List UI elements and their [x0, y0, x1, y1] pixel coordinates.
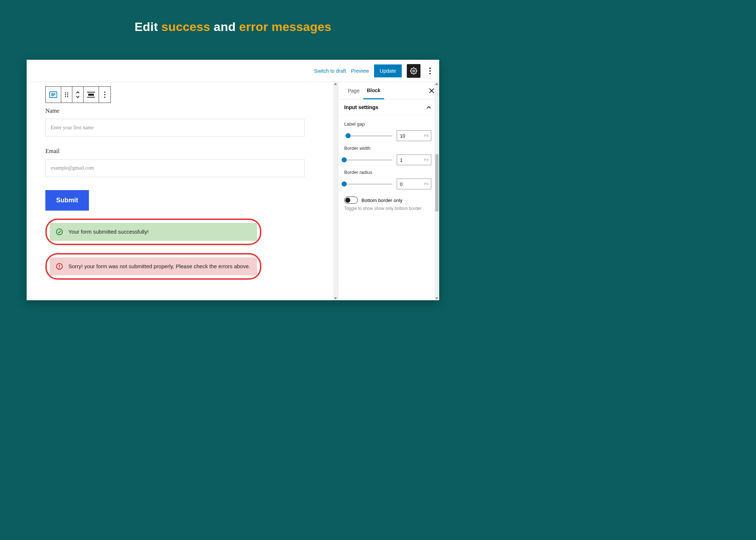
tab-page[interactable]: Page: [344, 82, 363, 99]
sidebar-tabs: Page Block: [338, 82, 439, 99]
settings-button[interactable]: [407, 64, 420, 78]
scroll-up-icon: [334, 83, 337, 85]
alert-circle-icon: [55, 262, 63, 270]
switch-to-draft-link[interactable]: Switch to draft: [314, 68, 346, 74]
email-input[interactable]: example@gmail.com: [45, 159, 305, 177]
svg-point-20: [57, 229, 63, 235]
bottom-border-toggle[interactable]: [344, 197, 358, 204]
svg-point-9: [67, 92, 68, 93]
block-more-button[interactable]: [99, 87, 111, 103]
label-gap-value: 10: [400, 133, 405, 139]
chevron-up-icon: [426, 105, 431, 109]
input-settings-header[interactable]: Input settings: [338, 99, 439, 116]
block-type-button[interactable]: [46, 87, 61, 103]
border-radius-input[interactable]: 0 PX: [397, 179, 431, 189]
bottom-border-toggle-row: Bottom border only: [344, 197, 431, 204]
canvas-scrollbar[interactable]: [333, 82, 338, 300]
svg-rect-16: [87, 97, 95, 98]
border-width-setting: Border width 1 PX: [344, 145, 431, 165]
unit-label: PX: [424, 134, 429, 138]
border-radius-value: 0: [400, 181, 402, 187]
slider-thumb[interactable]: [346, 133, 351, 138]
toggle-knob: [345, 198, 350, 203]
name-label: Name: [45, 107, 316, 114]
scroll-up-icon: [435, 83, 438, 85]
success-message[interactable]: Your form submitted successfully!: [50, 223, 257, 241]
hero-word-success: success: [161, 20, 210, 33]
drag-icon: [64, 91, 69, 98]
preview-link[interactable]: Preview: [351, 68, 369, 74]
border-width-slider[interactable]: [344, 159, 392, 161]
align-icon: [87, 92, 95, 98]
svg-point-1: [429, 67, 431, 69]
svg-rect-15: [88, 94, 94, 96]
border-width-label: Border width: [344, 145, 431, 151]
align-button[interactable]: [84, 87, 99, 103]
hero-word-edit: Edit: [135, 20, 162, 33]
settings-sidebar: Page Block Input settings Label gap: [338, 82, 439, 300]
update-button[interactable]: Update: [374, 64, 402, 77]
success-annotation: Your form submitted successfully!: [45, 219, 261, 245]
svg-point-11: [67, 94, 68, 95]
unit-label: PX: [424, 182, 429, 186]
svg-point-10: [65, 94, 66, 95]
editor-canvas[interactable]: Name Enter your first name Email example…: [27, 82, 338, 300]
unit-label: PX: [424, 158, 429, 162]
border-radius-slider[interactable]: [344, 184, 392, 185]
chevron-updown-icon: [75, 91, 80, 99]
svg-point-2: [429, 70, 431, 72]
submit-button[interactable]: Submit: [45, 190, 89, 211]
label-gap-slider[interactable]: [344, 135, 392, 136]
input-settings-body: Label gap 10 PX Border width: [338, 116, 439, 217]
more-options-button[interactable]: [426, 64, 434, 78]
error-message[interactable]: Sorry! your form was not submitted prope…: [50, 257, 257, 275]
gear-icon: [410, 67, 417, 75]
form-block-icon: [49, 91, 57, 98]
svg-point-0: [413, 70, 415, 72]
svg-point-23: [59, 267, 60, 268]
kebab-icon: [104, 91, 105, 98]
name-input[interactable]: Enter your first name: [45, 119, 305, 137]
svg-point-8: [65, 92, 66, 93]
error-annotation: Sorry! your form was not submitted prope…: [45, 253, 261, 280]
sidebar-scrollbar[interactable]: [435, 82, 439, 300]
slider-thumb[interactable]: [342, 181, 347, 186]
block-toolbar: [45, 86, 111, 103]
tab-block[interactable]: Block: [363, 82, 384, 99]
toggle-help-text: Toggle to show show only bottom border: [344, 206, 431, 211]
editor-window: Switch to draft Preview Update: [27, 60, 439, 300]
svg-point-18: [104, 94, 105, 95]
scrollbar-thumb[interactable]: [435, 154, 438, 212]
hero-title: Edit success and error messages: [0, 0, 466, 48]
label-gap-setting: Label gap 10 PX: [344, 121, 431, 141]
email-label: Email: [45, 148, 316, 155]
hero-word-and: and: [210, 20, 239, 33]
border-radius-label: Border radius: [344, 170, 431, 175]
scroll-down-icon: [334, 297, 337, 300]
error-text: Sorry! your form was not submitted prope…: [68, 263, 250, 270]
success-text: Your form submitted successfully!: [68, 228, 149, 235]
close-icon: [429, 88, 434, 93]
border-width-value: 1: [400, 157, 402, 163]
border-width-input[interactable]: 1 PX: [397, 154, 431, 165]
svg-point-17: [104, 91, 105, 93]
form-block: Name Enter your first name Email example…: [45, 107, 316, 288]
svg-point-13: [67, 96, 68, 97]
slider-thumb[interactable]: [342, 157, 347, 162]
svg-point-3: [429, 73, 431, 74]
label-gap-label: Label gap: [344, 121, 431, 127]
hero-word-error: error messages: [239, 20, 331, 33]
toggle-label: Bottom border only: [361, 198, 402, 203]
scroll-down-icon: [435, 297, 438, 300]
svg-rect-14: [87, 92, 95, 93]
editor-topbar: Switch to draft Preview Update: [27, 60, 439, 82]
section-title: Input settings: [344, 104, 378, 110]
border-radius-setting: Border radius 0 PX: [344, 170, 431, 189]
move-updown-button[interactable]: [72, 87, 84, 103]
check-circle-icon: [55, 228, 63, 236]
svg-point-12: [65, 96, 66, 97]
kebab-icon: [429, 67, 431, 75]
svg-point-19: [104, 96, 105, 98]
label-gap-input[interactable]: 10 PX: [397, 130, 431, 141]
drag-handle[interactable]: [61, 87, 72, 103]
